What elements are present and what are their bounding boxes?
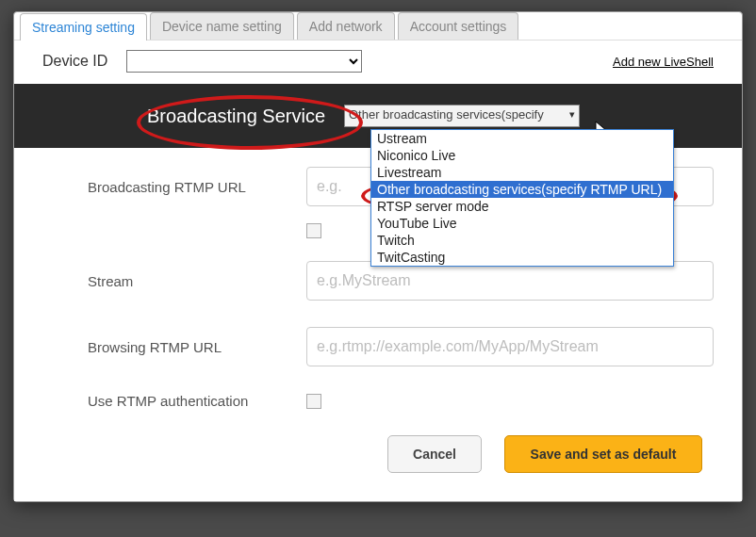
tab-account-settings[interactable]: Account settings (398, 12, 519, 40)
row-stream: Stream (42, 261, 714, 301)
browsing-rtmp-url-input[interactable] (306, 327, 714, 366)
dropdown-option-twitch[interactable]: Twitch (371, 232, 673, 249)
broadcasting-service-select[interactable]: Other broadcasting services(specify (344, 105, 580, 127)
stream-input[interactable] (306, 261, 714, 301)
broadcasting-service-dropdown[interactable]: Ustream Niconico Live Livestream Other b… (370, 129, 674, 267)
use-rtmp-auth-checkbox[interactable] (306, 394, 321, 409)
cancel-button[interactable]: Cancel (387, 435, 482, 473)
add-new-liveshell-link[interactable]: Add new LiveShell (613, 55, 714, 69)
broadcasting-rtmp-url-label: Broadcasting RTMP URL (42, 179, 306, 195)
dropdown-option-youtube-live[interactable]: YouTube Live (371, 215, 673, 232)
dropdown-option-twitcasting[interactable]: TwitCasting (371, 249, 673, 266)
button-row: Cancel Save and set as default (42, 435, 714, 473)
tab-streaming-setting[interactable]: Streaming setting (20, 13, 147, 41)
settings-modal: × Streaming setting Device name setting … (13, 11, 743, 502)
use-rtmp-auth-label: Use RTMP authentication (42, 393, 306, 409)
save-default-button[interactable]: Save and set as default (504, 435, 702, 473)
row-use-rtmp-auth: Use RTMP authentication (42, 393, 714, 409)
device-id-select[interactable] (126, 50, 362, 73)
dropdown-option-ustream[interactable]: Ustream (371, 130, 673, 147)
tab-add-network[interactable]: Add network (297, 12, 395, 40)
device-id-label: Device ID (42, 53, 107, 70)
browsing-rtmp-url-label: Browsing RTMP URL (42, 339, 306, 355)
stream-label: Stream (42, 273, 306, 289)
broadcasting-service-label: Broadcasting Service (42, 106, 344, 127)
dropdown-option-niconico-live[interactable]: Niconico Live (371, 147, 673, 164)
close-icon[interactable]: × (713, 8, 736, 37)
broadcasting-service-band: Broadcasting Service Other broadcasting … (14, 84, 742, 148)
dropdown-option-livestream[interactable]: Livestream (371, 164, 673, 181)
dropdown-option-rtsp-server[interactable]: RTSP server mode (371, 198, 673, 215)
tabstrip: Streaming setting Device name setting Ad… (14, 12, 742, 40)
tab-device-name-setting[interactable]: Device name setting (150, 12, 294, 40)
row-browsing-rtmp-url: Browsing RTMP URL (42, 327, 714, 366)
dropdown-option-other-rtmp[interactable]: Other broadcasting services(specify RTMP… (371, 181, 673, 198)
unknown-checkbox[interactable] (306, 223, 321, 238)
device-id-row: Device ID Add new LiveShell (14, 40, 742, 84)
